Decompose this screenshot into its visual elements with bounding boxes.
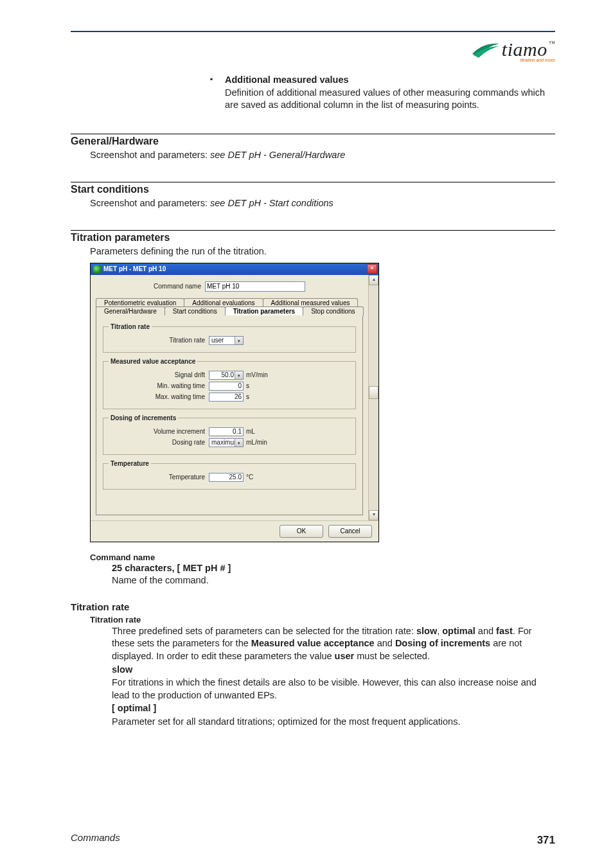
command-name-term: Command name bbox=[90, 553, 555, 562]
heading-start-conditions: Start conditions bbox=[71, 182, 555, 195]
titration-rate-desc: Three predefined sets of parameters can … bbox=[112, 625, 555, 663]
tab-potentiometric-evaluation[interactable]: Potentiometric evaluation bbox=[96, 298, 184, 307]
volume-increment-label: Volume increment bbox=[109, 428, 209, 435]
min-wait-input[interactable]: 0 bbox=[209, 382, 244, 391]
scroll-thumb[interactable] bbox=[369, 386, 378, 399]
max-wait-input[interactable]: 26 bbox=[209, 393, 244, 402]
swoosh-icon bbox=[471, 40, 501, 59]
dosing-rate-label: Dosing rate bbox=[109, 439, 209, 446]
ok-button[interactable]: OK bbox=[280, 525, 323, 538]
start-conditions-body: Screenshot and parameters: see DET pH - … bbox=[90, 198, 555, 208]
group-measured-value-acceptance: Measured value acceptance Signal drift 5… bbox=[103, 358, 356, 409]
bullet-icon: • bbox=[208, 74, 215, 112]
command-name-spec: 25 characters, [ MET pH # ] bbox=[112, 563, 231, 573]
bullet-text: Definition of additional measured values… bbox=[225, 87, 545, 111]
command-name-input[interactable] bbox=[205, 281, 305, 292]
titration-parameters-lead: Parameters defining the run of the titra… bbox=[90, 246, 555, 256]
heading-general-hardware: General/Hardware bbox=[71, 134, 555, 147]
min-wait-unit: s bbox=[246, 382, 249, 389]
dialog-titlebar[interactable]: MET pH - MET pH 10 × bbox=[91, 263, 378, 275]
max-wait-unit: s bbox=[246, 393, 249, 400]
tabs: Potentiometric evaluation Additional eva… bbox=[96, 298, 363, 515]
group-dosing-increments: Dosing of increments Volume increment 0.… bbox=[103, 414, 356, 455]
bullet-content: Additional measured values Definition of… bbox=[225, 74, 555, 112]
max-wait-label: Max. waiting time bbox=[109, 393, 209, 400]
optimal-term: [ optimal ] bbox=[112, 703, 156, 713]
legend-temperature: Temperature bbox=[109, 460, 151, 467]
tab-stop-conditions[interactable]: Stop conditions bbox=[303, 306, 363, 315]
slow-desc: For titrations in which the finest detai… bbox=[112, 677, 555, 702]
heading-titration-parameters: Titration parameters bbox=[71, 230, 555, 244]
app-icon bbox=[93, 265, 101, 273]
group-temperature: Temperature Temperature 25.0 °C bbox=[103, 460, 356, 490]
temperature-input[interactable]: 25.0 bbox=[209, 473, 244, 482]
logo-text: tiamo ™ bbox=[502, 39, 555, 60]
volume-increment-unit: mL bbox=[246, 428, 255, 435]
trademark-icon: ™ bbox=[549, 40, 555, 47]
legend-dosing: Dosing of increments bbox=[109, 414, 178, 421]
close-icon[interactable]: × bbox=[367, 264, 377, 274]
titration-rate-select[interactable]: user ▾ bbox=[209, 336, 244, 345]
dosing-rate-select[interactable]: maximum ▾ bbox=[209, 438, 244, 447]
dosing-rate-unit: mL/min bbox=[246, 439, 267, 446]
logo-name: tiamo bbox=[502, 39, 547, 60]
scroll-down-icon[interactable]: ▾ bbox=[369, 510, 378, 520]
footer-page-number: 371 bbox=[537, 834, 555, 847]
heading-titration-rate: Titration rate bbox=[71, 601, 555, 612]
logo-area: tiamo ™ titration and more bbox=[71, 39, 555, 62]
group-titration-rate: Titration rate Titration rate user ▾ bbox=[103, 323, 356, 353]
general-hardware-body: Screenshot and parameters: see DET pH - … bbox=[90, 150, 555, 160]
min-wait-label: Min. waiting time bbox=[109, 382, 209, 389]
tab-start-conditions[interactable]: Start conditions bbox=[164, 306, 226, 315]
chevron-down-icon[interactable]: ▾ bbox=[235, 337, 243, 344]
dialog-title: MET pH - MET pH 10 bbox=[103, 265, 166, 272]
optimal-desc: Parameter set for all standard titration… bbox=[112, 716, 555, 729]
temperature-unit: °C bbox=[246, 474, 253, 481]
chevron-down-icon[interactable]: ▾ bbox=[235, 439, 243, 447]
tab-titration-parameters[interactable]: Titration parameters bbox=[225, 306, 304, 315]
tab-general-hardware[interactable]: General/Hardware bbox=[96, 306, 165, 315]
cancel-button[interactable]: Cancel bbox=[328, 525, 372, 538]
command-name-desc: Name of the command. bbox=[112, 574, 555, 587]
titration-rate-term: Titration rate bbox=[90, 615, 555, 624]
dialog-scrollbar[interactable]: ▴ ▾ bbox=[368, 275, 378, 520]
tab-pane: Titration rate Titration rate user ▾ Mea… bbox=[96, 315, 363, 515]
footer-left: Commands bbox=[71, 832, 120, 849]
signal-drift-label: Signal drift bbox=[109, 371, 209, 378]
dialog-window: MET pH - MET pH 10 × Command name Potent… bbox=[90, 263, 379, 542]
volume-increment-input[interactable]: 0.1 bbox=[209, 427, 244, 436]
legend-titration-rate: Titration rate bbox=[109, 323, 152, 330]
temperature-label: Temperature bbox=[109, 474, 209, 481]
tab-additional-evaluations[interactable]: Additional evaluations bbox=[184, 298, 263, 307]
tab-additional-measured-values[interactable]: Additional measured values bbox=[263, 298, 359, 307]
slow-term: slow bbox=[112, 664, 132, 675]
titration-rate-label: Titration rate bbox=[109, 337, 209, 344]
header-rule bbox=[71, 31, 555, 32]
scroll-up-icon[interactable]: ▴ bbox=[369, 275, 378, 285]
signal-drift-unit: mV/min bbox=[246, 371, 268, 378]
scroll-track[interactable] bbox=[369, 285, 378, 510]
legend-mva: Measured value acceptance bbox=[109, 358, 197, 365]
chevron-down-icon[interactable]: ▾ bbox=[235, 371, 243, 379]
command-name-label: Command name bbox=[154, 283, 201, 290]
signal-drift-input[interactable]: 50.0 ▾ bbox=[209, 371, 244, 380]
bullet-title: Additional measured values bbox=[225, 75, 349, 85]
